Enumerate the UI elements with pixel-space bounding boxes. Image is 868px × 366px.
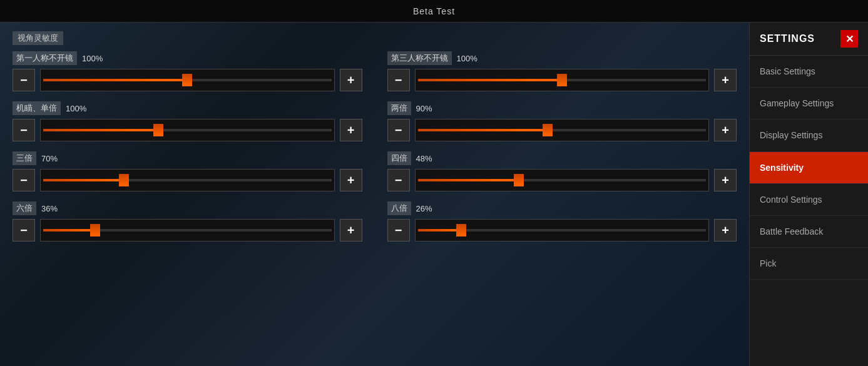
slider-item-iron-sight-single: 机瞄、单倍100%−+ — [13, 101, 362, 141]
slider-label-row-two-times: 两倍90% — [387, 101, 737, 115]
slider-controls-four-times: −+ — [387, 169, 737, 191]
slider-thumb-third-person-no-scope[interactable] — [557, 74, 567, 86]
slider-fill-two-times — [418, 129, 548, 131]
slider-item-four-times: 四倍48%−+ — [387, 151, 737, 191]
slider-track-eight-times — [418, 229, 707, 231]
slider-value-four-times: 48% — [416, 154, 432, 163]
top-bar-title: Beta Test — [413, 6, 455, 16]
slider-label-third-person-no-scope: 第三人称不开镜 — [387, 51, 452, 65]
slider-item-third-person-no-scope: 第三人称不开镜100%−+ — [387, 51, 737, 91]
slider-label-iron-sight-single: 机瞄、单倍 — [13, 101, 61, 115]
slider-thumb-two-times[interactable] — [543, 124, 553, 136]
slider-fill-third-person-no-scope — [418, 79, 562, 81]
section-label: 视角灵敏度 — [13, 31, 63, 45]
slider-minus-first-person-no-scope[interactable]: − — [13, 69, 35, 91]
slider-controls-first-person-no-scope: −+ — [13, 69, 362, 91]
top-bar: Beta Test — [0, 0, 868, 23]
slider-item-six-times: 六倍36%−+ — [13, 201, 362, 241]
close-button[interactable]: ✕ — [840, 30, 858, 48]
slider-minus-two-times[interactable]: − — [387, 119, 410, 141]
slider-plus-six-times[interactable]: + — [340, 219, 362, 241]
slider-label-first-person-no-scope: 第一人称不开镜 — [13, 51, 77, 65]
sidebar-item-control-settings[interactable]: Control Settings — [750, 184, 868, 216]
slider-label-row-eight-times: 八倍26% — [387, 201, 737, 215]
slider-value-two-times: 90% — [416, 104, 432, 113]
sliders-grid: 第一人称不开镜100%−+第三人称不开镜100%−+机瞄、单倍100%−+两倍9… — [13, 51, 737, 241]
slider-minus-three-times[interactable]: − — [13, 169, 35, 191]
slider-fill-six-times — [43, 229, 95, 231]
slider-plus-first-person-no-scope[interactable]: + — [340, 69, 362, 91]
slider-thumb-four-times[interactable] — [514, 174, 524, 186]
sidebar-item-battle-feedback[interactable]: Battle Feedback — [750, 216, 868, 248]
slider-controls-six-times: −+ — [13, 219, 362, 241]
slider-track-third-person-no-scope — [418, 79, 707, 81]
slider-fill-three-times — [43, 179, 124, 181]
slider-thumb-first-person-no-scope[interactable] — [182, 74, 192, 86]
slider-label-row-four-times: 四倍48% — [387, 151, 737, 165]
slider-track-container-third-person-no-scope[interactable] — [415, 69, 710, 91]
slider-track-container-eight-times[interactable] — [415, 219, 710, 241]
slider-fill-four-times — [418, 179, 519, 181]
slider-track-four-times — [418, 179, 707, 181]
slider-track-container-six-times[interactable] — [40, 219, 335, 241]
slider-item-eight-times: 八倍26%−+ — [387, 201, 737, 241]
sidebar-item-sensitivity[interactable]: Sensitivity — [750, 152, 868, 184]
sidebar-menu: Basic SettingsGameplay SettingsDisplay S… — [750, 56, 868, 366]
slider-minus-six-times[interactable]: − — [13, 219, 35, 241]
sidebar-item-gameplay-settings[interactable]: Gameplay Settings — [750, 88, 868, 119]
slider-label-row-three-times: 三倍70% — [13, 151, 362, 165]
slider-item-first-person-no-scope: 第一人称不开镜100%−+ — [13, 51, 362, 91]
slider-track-container-four-times[interactable] — [415, 169, 710, 191]
slider-minus-eight-times[interactable]: − — [387, 219, 410, 241]
slider-item-three-times: 三倍70%−+ — [13, 151, 362, 191]
slider-label-two-times: 两倍 — [387, 101, 411, 115]
slider-minus-third-person-no-scope[interactable]: − — [387, 69, 410, 91]
slider-value-eight-times: 26% — [416, 204, 432, 213]
sidebar-item-display-settings[interactable]: Display Settings — [750, 119, 868, 151]
slider-label-row-first-person-no-scope: 第一人称不开镜100% — [13, 51, 362, 65]
slider-plus-three-times[interactable]: + — [340, 169, 362, 191]
slider-track-container-first-person-no-scope[interactable] — [40, 69, 335, 91]
slider-thumb-iron-sight-single[interactable] — [153, 124, 163, 136]
slider-label-row-third-person-no-scope: 第三人称不开镜100% — [387, 51, 737, 65]
slider-value-first-person-no-scope: 100% — [82, 54, 103, 63]
slider-fill-first-person-no-scope — [43, 79, 187, 81]
slider-value-third-person-no-scope: 100% — [457, 54, 477, 63]
slider-value-iron-sight-single: 100% — [66, 104, 86, 113]
slider-label-four-times: 四倍 — [387, 151, 411, 165]
slider-label-six-times: 六倍 — [13, 201, 36, 215]
slider-minus-iron-sight-single[interactable]: − — [13, 119, 35, 141]
slider-track-two-times — [418, 129, 707, 131]
sidebar-item-pick[interactable]: Pick — [750, 248, 868, 280]
slider-minus-four-times[interactable]: − — [387, 169, 410, 191]
slider-plus-third-person-no-scope[interactable]: + — [714, 69, 737, 91]
sidebar-header: SETTINGS ✕ — [750, 23, 868, 56]
slider-track-container-two-times[interactable] — [415, 119, 710, 141]
slider-track-container-iron-sight-single[interactable] — [40, 119, 335, 141]
slider-label-row-six-times: 六倍36% — [13, 201, 362, 215]
sidebar-item-basic-settings[interactable]: Basic Settings — [750, 56, 868, 88]
content-area: 视角灵敏度 第一人称不开镜100%−+第三人称不开镜100%−+机瞄、单倍100… — [0, 23, 749, 366]
slider-fill-eight-times — [418, 229, 461, 231]
slider-label-three-times: 三倍 — [13, 151, 36, 165]
sidebar: SETTINGS ✕ Basic SettingsGameplay Settin… — [749, 23, 868, 366]
close-icon: ✕ — [845, 33, 854, 45]
slider-plus-two-times[interactable]: + — [714, 119, 737, 141]
slider-plus-iron-sight-single[interactable]: + — [340, 119, 362, 141]
slider-thumb-three-times[interactable] — [119, 174, 129, 186]
slider-controls-two-times: −+ — [387, 119, 737, 141]
slider-track-iron-sight-single — [43, 129, 332, 131]
slider-label-eight-times: 八倍 — [387, 201, 411, 215]
slider-plus-eight-times[interactable]: + — [714, 219, 737, 241]
slider-controls-third-person-no-scope: −+ — [387, 69, 737, 91]
slider-track-six-times — [43, 229, 332, 231]
slider-track-first-person-no-scope — [43, 79, 332, 81]
sidebar-title: SETTINGS — [760, 33, 815, 44]
slider-thumb-eight-times[interactable] — [456, 224, 466, 236]
slider-item-two-times: 两倍90%−+ — [387, 101, 737, 141]
slider-value-three-times: 70% — [41, 154, 58, 163]
slider-value-six-times: 36% — [41, 204, 58, 213]
slider-thumb-six-times[interactable] — [90, 224, 100, 236]
slider-track-container-three-times[interactable] — [40, 169, 335, 191]
slider-plus-four-times[interactable]: + — [714, 169, 737, 191]
